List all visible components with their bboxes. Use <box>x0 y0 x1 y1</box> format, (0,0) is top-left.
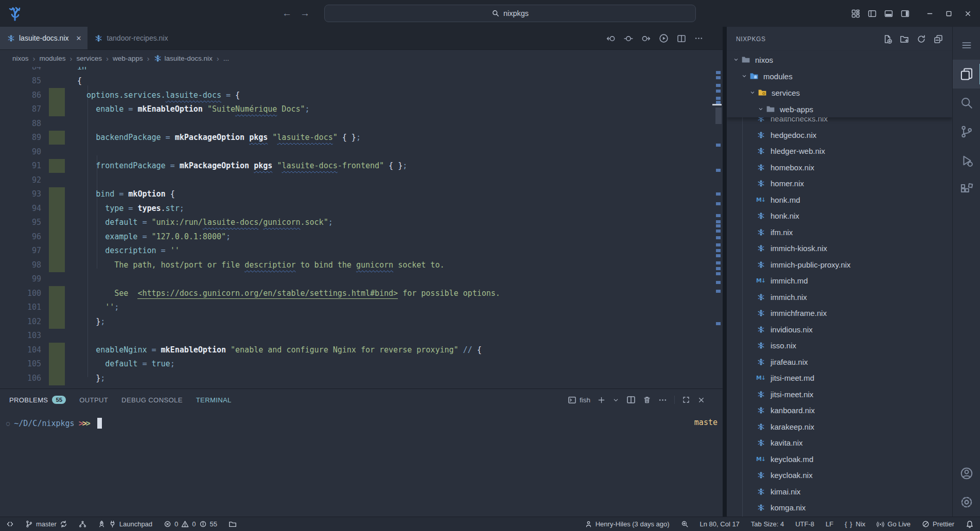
activity-account[interactable] <box>953 459 980 488</box>
code-line[interactable]: 94 type = types.str; <box>0 201 714 216</box>
new-folder-icon[interactable] <box>900 34 909 44</box>
chevron-down-icon[interactable] <box>732 56 740 63</box>
code-line[interactable]: 96 example = "127.0.0.1:8000"; <box>0 229 714 244</box>
tree-file-honk.md[interactable]: M↓honk.md <box>727 192 952 208</box>
tree-file-hedgedoc.nix[interactable]: hedgedoc.nix <box>727 127 952 144</box>
chevron-down-icon[interactable] <box>740 73 748 80</box>
code-line[interactable]: 90 <box>0 145 714 159</box>
ruler-handle[interactable] <box>712 104 722 105</box>
close-icon[interactable] <box>697 396 705 404</box>
code-line[interactable]: 92 <box>0 173 714 187</box>
activity-source-control[interactable] <box>953 117 980 146</box>
tree-file-jitsi-meet.md[interactable]: M↓jitsi-meet.md <box>727 370 952 386</box>
tree-file-jitsi-meet.nix[interactable]: jitsi-meet.nix <box>727 386 952 403</box>
activity-extensions[interactable] <box>953 175 980 204</box>
tab-lasuite-docs[interactable]: lasuite-docs.nix ✕ <box>0 27 87 49</box>
tree-file-keycloak.md[interactable]: M↓keycloak.md <box>727 451 952 468</box>
status-notifications[interactable] <box>966 520 974 528</box>
command-center-search[interactable]: nixpkgs <box>324 5 696 22</box>
status-problems[interactable]: 0055 <box>164 520 217 528</box>
code-line[interactable]: 100 See <https://docs.gunicorn.org/en/st… <box>0 286 714 300</box>
code-line[interactable]: 88 <box>0 116 714 131</box>
breadcrumb-item[interactable]: web-apps <box>113 55 143 62</box>
status-folder-indicator[interactable] <box>229 520 237 528</box>
add-icon[interactable] <box>598 396 605 404</box>
panel-tab-problems[interactable]: PROBLEMS55 <box>9 396 66 404</box>
tree-folder-services[interactable]: services <box>727 84 952 101</box>
maximize-icon[interactable] <box>942 8 956 20</box>
tree-file-jirafeau.nix[interactable]: jirafeau.nix <box>727 354 952 370</box>
tree-file-isso.nix[interactable]: isso.nix <box>727 338 952 354</box>
tree-file-komga.nix[interactable]: komga.nix <box>727 500 952 516</box>
chevron-down-icon[interactable] <box>748 89 757 96</box>
status-cursor-position[interactable]: Ln 80, Col 17 <box>700 520 740 528</box>
status-language-mode[interactable]: { }Nix <box>845 520 865 528</box>
terminal[interactable]: ○ ~/D/C/nixpkgs >>> maste <box>0 411 723 429</box>
breadcrumb-item[interactable]: ... <box>223 55 229 62</box>
tab-tandoor-recipes[interactable]: tandoor-recipes.nix <box>87 27 174 49</box>
compare-change-icon[interactable] <box>624 34 633 43</box>
code-line[interactable]: 102 }; <box>0 314 714 329</box>
status-git-blame[interactable]: Henry-Hiles (3 days ago) <box>585 520 670 528</box>
code-line[interactable]: 99 <box>0 272 714 287</box>
status-eol[interactable]: LF <box>826 520 833 528</box>
tree-file-kanboard.nix[interactable]: kanboard.nix <box>727 402 952 419</box>
code-line[interactable]: 95 default = "unix:/run/lasuite-docs/gun… <box>0 216 714 230</box>
tree-folder-nixos[interactable]: nixos <box>727 51 952 68</box>
sidebar-splitter[interactable] <box>723 27 727 517</box>
code-line[interactable]: 85{ <box>0 74 714 88</box>
status-commit-graph[interactable] <box>79 520 86 528</box>
minimize-icon[interactable] <box>923 8 937 20</box>
tree-file-immich-kiosk.nix[interactable]: immich-kiosk.nix <box>727 240 952 257</box>
code-line[interactable]: 106 }; <box>0 371 714 385</box>
tree-file-kavita.nix[interactable]: kavita.nix <box>727 435 952 451</box>
more-icon[interactable] <box>694 34 703 43</box>
code-line[interactable]: 104 enableNginx = mkEnableOption "enable… <box>0 343 714 357</box>
breadcrumb[interactable]: nixos›modules›services›web-apps›lasuite-… <box>0 50 723 67</box>
tree-file-ifm.nix[interactable]: ifm.nix <box>727 224 952 241</box>
refresh-icon[interactable] <box>917 34 926 44</box>
tree-file-immich-public-proxy.nix[interactable]: immich-public-proxy.nix <box>727 257 952 273</box>
nav-back-icon[interactable]: ← <box>282 8 292 19</box>
activity-debug[interactable] <box>953 146 980 175</box>
scrollbar-thumb[interactable] <box>715 108 722 124</box>
prev-change-icon[interactable] <box>606 34 616 43</box>
status-zoom-indicator[interactable] <box>681 520 689 528</box>
tree-file-homer.nix[interactable]: homer.nix <box>727 175 952 192</box>
layout-panel-icon[interactable] <box>884 9 893 18</box>
code-line[interactable]: 98 The path, host/port or file descripti… <box>0 258 714 272</box>
tree-folder-web-apps[interactable]: web-apps <box>727 101 952 117</box>
tree-file-immichframe.nix[interactable]: immichframe.nix <box>727 305 952 322</box>
breadcrumb-item[interactable]: lasuite-docs.nix <box>154 55 213 62</box>
more-icon[interactable] <box>658 396 667 404</box>
tree-file-hledger-web.nix[interactable]: hledger-web.nix <box>727 143 952 160</box>
status-go-live[interactable]: Go Live <box>877 520 911 528</box>
activity-settings[interactable] <box>953 488 980 517</box>
panel-max-icon[interactable] <box>682 396 690 404</box>
panel-tab-debug-console[interactable]: DEBUG CONSOLE <box>121 396 183 404</box>
tree-folder-modules[interactable]: modules <box>727 68 952 84</box>
status-prettier[interactable]: Prettier <box>922 520 954 528</box>
tree-file-karakeep.nix[interactable]: karakeep.nix <box>727 419 952 435</box>
status-git-branch[interactable]: master <box>25 520 67 528</box>
code-line[interactable]: 84in <box>0 67 714 74</box>
terminal-icon[interactable] <box>568 396 576 404</box>
layout-sidebar-right-icon[interactable] <box>901 9 909 18</box>
overview-ruler[interactable] <box>715 67 722 388</box>
status-launchpad[interactable]: Launchpad <box>98 520 152 528</box>
code-line[interactable]: 86 options.services.lasuite-docs = { <box>0 88 714 102</box>
layout-sidebar-left-icon[interactable] <box>868 9 877 18</box>
status-tab-size[interactable]: Tab Size: 4 <box>751 520 784 528</box>
breadcrumb-item[interactable]: nixos <box>12 55 29 62</box>
status-remote-indicator[interactable] <box>6 520 14 528</box>
new-file-icon[interactable] <box>883 34 892 44</box>
layout-customize-icon[interactable] <box>851 9 860 18</box>
code-editor[interactable]: 84in85{86 options.services.lasuite-docs … <box>0 67 723 388</box>
panel-tab-terminal[interactable]: TERMINAL <box>196 396 232 404</box>
trash-icon[interactable] <box>643 396 651 404</box>
tree-file-keycloak.nix[interactable]: keycloak.nix <box>727 467 952 484</box>
code-line[interactable]: 91 frontendPackage = mkPackageOption pkg… <box>0 159 714 173</box>
tab-close-icon[interactable]: ✕ <box>76 34 82 42</box>
code-line[interactable]: 105 default = true; <box>0 357 714 371</box>
code-line[interactable]: 101 ''; <box>0 300 714 315</box>
